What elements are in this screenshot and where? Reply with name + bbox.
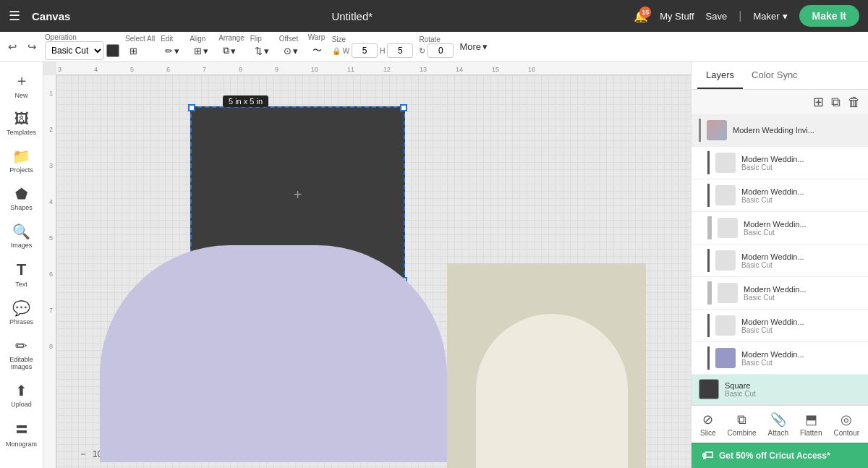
lavender-card-object[interactable] <box>100 245 447 462</box>
left-sidebar: ＋ New 🖼 Templates 📁 Projects ⬟ Shapes 🔍 … <box>0 62 43 468</box>
size-height-input[interactable]: 5 <box>387 43 413 58</box>
notification-bell[interactable]: 🔔 15 <box>634 9 648 23</box>
tab-color-sync[interactable]: Color Sync <box>743 62 807 89</box>
flip-label: Flip <box>250 35 262 43</box>
edit-icon: ✏ <box>165 46 173 56</box>
sidebar-item-phrases[interactable]: 💬 Phrases <box>0 294 43 331</box>
warp-button[interactable]: 〜 <box>308 41 326 60</box>
shapes-icon: ⬟ <box>15 185 27 203</box>
maker-label: Maker <box>753 11 779 22</box>
menu-icon[interactable]: ☰ <box>9 8 20 24</box>
contour-tool[interactable]: ◎ Contour <box>833 412 859 437</box>
panel-grid-button[interactable]: ⊞ <box>813 94 824 110</box>
operation-color-swatch[interactable] <box>106 44 119 57</box>
sidebar-item-text[interactable]: T Text <box>0 255 43 294</box>
layer-name: Modern Wedding Invi... <box>733 126 861 135</box>
layer-item[interactable]: Modern Weddin... Basic Cut <box>692 244 868 277</box>
layer-item[interactable]: Modern Weddin... Basic Cut <box>692 179 868 212</box>
sidebar-item-editable-images[interactable]: ✏ Editable Images <box>0 331 43 376</box>
sidebar-item-upload[interactable]: ⬆ Upload <box>0 376 43 414</box>
flip-button[interactable]: ⇅▾ <box>250 43 273 59</box>
edit-group: Edit ✏▾ <box>161 35 184 59</box>
attach-icon: 📎 <box>770 412 786 427</box>
layer-info: Modern Weddin... Basic Cut <box>741 187 861 204</box>
more-button[interactable]: More ▾ <box>459 41 488 52</box>
layer-info: Modern Weddin... Basic Cut <box>744 220 861 237</box>
layer-item[interactable]: Modern Weddin... Basic Cut <box>692 212 868 244</box>
layer-color-bar <box>707 216 712 239</box>
flatten-tool[interactable]: ⬒ Flatten <box>800 412 822 437</box>
sidebar-projects-label: Projects <box>9 166 33 174</box>
promo-label: Get 50% off Cricut Access* <box>719 451 830 461</box>
layer-info: Modern Weddin... Basic Cut <box>741 252 861 269</box>
sidebar-item-monogram[interactable]: 〓 Monogram <box>0 414 43 454</box>
edit-button[interactable]: ✏▾ <box>161 43 184 59</box>
layer-name: Modern Weddin... <box>741 252 861 261</box>
make-it-button[interactable]: Make It <box>799 5 859 27</box>
size-width-input[interactable]: 5 <box>352 43 378 58</box>
arrange-label: Arrange <box>218 34 244 42</box>
upload-icon: ⬆ <box>15 382 27 399</box>
layer-item[interactable]: Modern Weddin... Basic Cut <box>692 310 868 342</box>
maker-dropdown[interactable]: Maker ▾ <box>753 11 787 22</box>
combine-icon: ⧉ <box>737 412 746 427</box>
save-button[interactable]: Save <box>706 11 728 22</box>
promo-banner[interactable]: 🏷 Get 50% off Cricut Access* <box>692 443 868 468</box>
selected-layer-square[interactable]: Square Basic Cut <box>692 375 868 404</box>
slice-label: Slice <box>700 429 716 437</box>
layer-sub: Basic Cut <box>741 326 861 334</box>
select-all-button[interactable]: ⊞ <box>125 43 142 59</box>
offset-label: Offset <box>279 35 299 43</box>
attach-tool[interactable]: 📎 Attach <box>768 412 788 437</box>
layer-item[interactable]: Modern Weddin... Basic Cut <box>692 277 868 310</box>
undo-button[interactable]: ↩ <box>6 38 20 56</box>
layer-thumb <box>718 283 738 303</box>
sidebar-item-images[interactable]: 🔍 Images <box>0 217 43 255</box>
layer-thumb <box>715 185 736 205</box>
arrange-button[interactable]: ⧉▾ <box>218 42 240 59</box>
panel-delete-button[interactable]: 🗑 <box>848 95 861 110</box>
layer-group-header[interactable]: Modern Wedding Invi... <box>692 114 868 147</box>
layer-info: Modern Weddin... Basic Cut <box>741 350 861 367</box>
layer-sub: Basic Cut <box>744 294 861 302</box>
panel-tabs: Layers Color Sync <box>692 62 868 90</box>
tab-layers[interactable]: Layers <box>697 62 743 89</box>
redo-button[interactable]: ↪ <box>25 38 39 56</box>
sidebar-monogram-label: Monogram <box>6 441 37 448</box>
rotate-input[interactable]: 0 <box>427 43 454 58</box>
combine-label: Combine <box>728 429 757 437</box>
layer-thumb <box>707 120 727 140</box>
panel-copy-button[interactable]: ⧉ <box>831 95 841 110</box>
layer-sub: Basic Cut <box>741 359 861 367</box>
phrases-icon: 💬 <box>12 299 30 317</box>
sidebar-item-templates[interactable]: 🖼 Templates <box>0 105 43 142</box>
sidebar-item-projects[interactable]: 📁 Projects <box>0 142 43 179</box>
horizontal-ruler: 3 4 5 6 7 8 9 10 11 12 13 14 15 16 <box>56 62 691 75</box>
canvas-inner[interactable]: 5 in x 5 in + － 100% ＋ <box>56 75 691 468</box>
layer-name: Modern Weddin... <box>744 285 861 294</box>
operation-select[interactable]: Basic Cut <box>45 41 104 60</box>
my-stuff-link[interactable]: My Stuff <box>660 11 694 22</box>
combine-tool[interactable]: ⧉ Combine <box>728 412 757 437</box>
dimension-label: 5 in x 5 in <box>223 95 268 107</box>
sidebar-item-new[interactable]: ＋ New <box>0 65 43 105</box>
zoom-out-button[interactable]: － <box>78 448 88 461</box>
selection-handle-tr[interactable] <box>400 104 407 111</box>
offset-button[interactable]: ⊙▾ <box>279 43 302 59</box>
slice-tool[interactable]: ⊘ Slice <box>700 412 716 437</box>
layer-thumb <box>715 153 736 173</box>
flatten-label: Flatten <box>800 429 822 437</box>
editable-images-icon: ✏ <box>15 337 27 354</box>
document-title: Untitled* <box>79 10 625 22</box>
selection-handle-tl[interactable] <box>188 104 195 111</box>
layer-item[interactable]: Modern Weddin... Basic Cut <box>692 342 868 375</box>
layer-color-bar <box>699 119 701 142</box>
text-icon: T <box>17 260 26 279</box>
sidebar-editable-images-label: Editable Images <box>3 356 40 370</box>
beige-arch-object[interactable] <box>476 314 628 468</box>
main-layout: ＋ New 🖼 Templates 📁 Projects ⬟ Shapes 🔍 … <box>0 62 868 468</box>
layer-item[interactable]: Modern Weddin... Basic Cut <box>692 147 868 179</box>
sidebar-item-shapes[interactable]: ⬟ Shapes <box>0 179 43 217</box>
align-button[interactable]: ⊞▾ <box>190 43 213 59</box>
layer-name: Modern Weddin... <box>741 187 861 196</box>
